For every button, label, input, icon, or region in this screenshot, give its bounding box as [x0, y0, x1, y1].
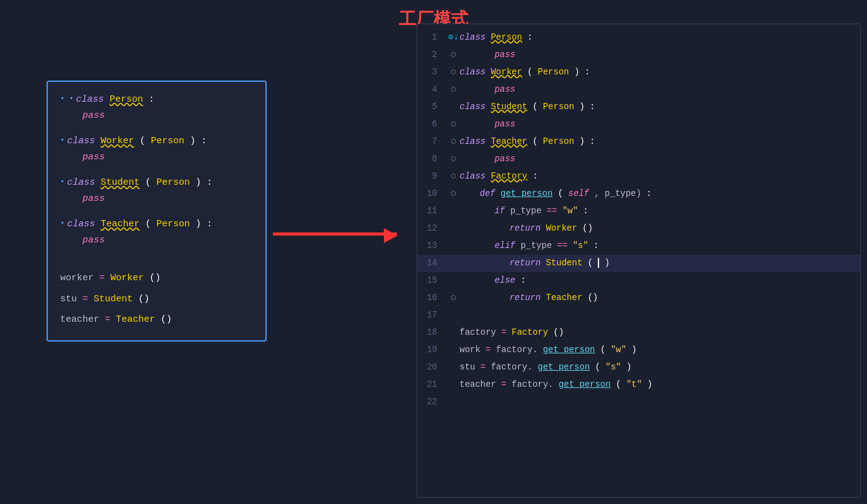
classname-worker: Worker	[100, 136, 134, 146]
bullet-4: •	[60, 218, 64, 230]
code-editor[interactable]: 1 ⊙↓ class Person : 2 pass 3 class	[417, 24, 860, 497]
code-line-22: 22	[417, 394, 860, 411]
gutter-dot-8	[451, 156, 456, 161]
code-line-10: 10 def get_person ( self , p_type) :	[417, 185, 860, 203]
pass-2: pass	[82, 152, 105, 162]
code-line-15: 15 else :	[417, 272, 860, 290]
pass-3: pass	[82, 193, 105, 204]
keyword-class-4: class	[67, 219, 95, 229]
code-line-7: 7 class Teacher ( Person ) :	[417, 133, 860, 151]
code-line-4: 4 pass	[417, 81, 860, 99]
code-line-3: 3 class Worker ( Person ) :	[417, 64, 860, 81]
pass-1: pass	[82, 110, 105, 121]
bullet-2: •	[60, 135, 64, 147]
code-line-19: 19 work = factory. get_person ( "w" )	[417, 342, 860, 359]
parent-person-3: Person	[156, 177, 190, 188]
code-line-6: 6 pass	[417, 116, 860, 133]
colon-1: :	[149, 94, 154, 105]
code-line-5: 5 class Student ( Person ) :	[417, 99, 860, 116]
parent-person-4: Person	[156, 219, 190, 229]
gutter-dot-2	[451, 52, 456, 57]
gutter-dot-9	[451, 174, 456, 179]
classname-person: Person	[110, 94, 143, 105]
gutter-icon-1: ⊙↓	[448, 32, 459, 42]
gutter-dot-10	[451, 191, 456, 196]
left-code-panel: • • class Person : pass • class Worker (…	[47, 81, 267, 342]
gutter-dot-7	[451, 139, 456, 144]
gutter-dot-4	[451, 87, 456, 92]
gutter-dot-6	[451, 122, 456, 126]
bullet-1: • •	[60, 93, 74, 105]
code-line-1: 1 ⊙↓ class Person :	[417, 29, 860, 46]
bullet-3: •	[60, 176, 64, 188]
code-line-20: 20 stu = factory. get_person ( "s" )	[417, 359, 860, 376]
code-line-9: 9 class Factory :	[417, 168, 860, 185]
code-line-21: 21 teacher = factory. get_person ( "t" )	[417, 376, 860, 394]
keyword-class-2: class	[67, 136, 95, 146]
gutter-dot-3	[451, 69, 456, 74]
code-line-14: 14 return Student ( )	[417, 255, 860, 272]
right-arrow	[273, 232, 397, 236]
arrow-container	[273, 232, 416, 236]
paren-2: (	[140, 136, 145, 146]
bottom-code-1: worker = Worker ()	[60, 270, 253, 286]
code-line-17: 17	[417, 307, 860, 324]
bottom-code-2: stu = Student ()	[60, 291, 253, 307]
code-line-12: 12 return Worker ()	[417, 220, 860, 237]
left-code-content: • • class Person : pass • class Worker (…	[60, 92, 253, 328]
pass-4: pass	[82, 235, 105, 245]
bottom-code-3: teacher = Teacher ()	[60, 312, 253, 328]
classname-teacher: Teacher	[100, 219, 140, 229]
code-line-2: 2 pass	[417, 46, 860, 64]
code-line-18: 18 factory = Factory ()	[417, 324, 860, 342]
keyword-class-1: class	[76, 94, 104, 105]
code-line-13: 13 elif p_type == "s" :	[417, 237, 860, 255]
classname-student: Student	[100, 177, 140, 188]
code-line-16: 16 return Teacher ()	[417, 290, 860, 307]
parent-person-2: Person	[151, 136, 184, 146]
code-line-11: 11 if p_type == "w" :	[417, 203, 860, 220]
right-code-panel: 1 ⊙↓ class Person : 2 pass 3 class	[417, 24, 861, 498]
code-line-8: 8 pass	[417, 151, 860, 168]
keyword-class-3: class	[67, 177, 95, 188]
gutter-dot-16	[451, 295, 456, 300]
